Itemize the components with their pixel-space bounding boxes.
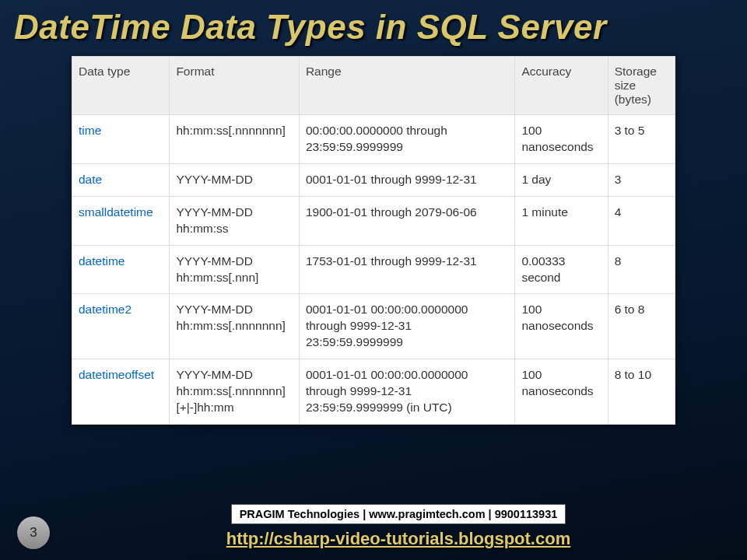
storage-cell: 8 to 10 <box>608 359 675 425</box>
slide-title: DateTime Data Types in SQL Server <box>0 0 747 47</box>
format-cell: YYYY-MM-DD hh:mm:ss[.nnnnnnn] [+|-]hh:mm <box>170 359 300 425</box>
table-row: datetimeoffsetYYYY-MM-DD hh:mm:ss[.nnnnn… <box>72 359 675 425</box>
format-cell: YYYY-MM-DD hh:mm:ss[.nnn] <box>170 245 300 294</box>
storage-cell: 6 to 8 <box>608 294 675 359</box>
table-row: datetimeYYYY-MM-DD hh:mm:ss[.nnn]1753-01… <box>72 245 675 294</box>
blog-link[interactable]: http://csharp-video-tutorials.blogspot.c… <box>226 529 570 548</box>
slide-footer: 3 PRAGIM Technologies | www.pragimtech.c… <box>0 504 747 549</box>
storage-cell: 3 <box>608 163 675 196</box>
range-cell: 0001-01-01 00:00:00.0000000 through 9999… <box>299 294 515 359</box>
storage-cell: 8 <box>608 245 675 294</box>
format-cell: YYYY-MM-DD <box>170 163 300 196</box>
datatype-cell[interactable]: datetimeoffset <box>72 359 170 425</box>
table-row: datetime2YYYY-MM-DD hh:mm:ss[.nnnnnnn]00… <box>72 294 675 359</box>
range-cell: 00:00:00.0000000 through 23:59:59.999999… <box>299 115 515 164</box>
table-row: dateYYYY-MM-DD0001-01-01 through 9999-12… <box>72 163 675 196</box>
accuracy-cell: 1 minute <box>515 196 608 245</box>
storage-cell: 4 <box>608 196 675 245</box>
range-cell: 0001-01-01 through 9999-12-31 <box>299 163 515 196</box>
col-header: Storage size (bytes) <box>608 57 675 115</box>
col-header: Range <box>299 57 515 115</box>
datatypes-table: Data type Format Range Accuracy Storage … <box>72 56 675 425</box>
accuracy-cell: 100 nanoseconds <box>515 294 608 359</box>
format-cell: YYYY-MM-DD hh:mm:ss[.nnnnnnn] <box>170 294 300 359</box>
range-cell: 1900-01-01 through 2079-06-06 <box>299 196 515 245</box>
format-cell: hh:mm:ss[.nnnnnnn] <box>170 115 300 164</box>
storage-cell: 3 to 5 <box>608 115 675 164</box>
table-row: smalldatetimeYYYY-MM-DD hh:mm:ss1900-01-… <box>72 196 675 245</box>
format-cell: YYYY-MM-DD hh:mm:ss <box>170 196 300 245</box>
datatype-cell[interactable]: smalldatetime <box>72 196 170 245</box>
accuracy-cell: 1 day <box>515 163 608 196</box>
pragim-credit: PRAGIM Technologies | www.pragimtech.com… <box>231 504 566 524</box>
range-cell: 0001-01-01 00:00:00.0000000 through 9999… <box>299 359 515 425</box>
col-header: Format <box>170 57 300 115</box>
accuracy-cell: 100 nanoseconds <box>515 115 608 164</box>
col-header: Accuracy <box>515 57 608 115</box>
page-number: 3 <box>17 516 50 549</box>
accuracy-cell: 100 nanoseconds <box>515 359 608 425</box>
table-header-row: Data type Format Range Accuracy Storage … <box>72 57 675 115</box>
datatype-cell[interactable]: datetime2 <box>72 294 170 359</box>
table-row: timehh:mm:ss[.nnnnnnn]00:00:00.0000000 t… <box>72 115 675 164</box>
range-cell: 1753-01-01 through 9999-12-31 <box>299 245 515 294</box>
datatype-cell[interactable]: datetime <box>72 245 170 294</box>
accuracy-cell: 0.00333 second <box>515 245 608 294</box>
datatypes-table-container: Data type Format Range Accuracy Storage … <box>72 56 675 425</box>
datatype-cell[interactable]: time <box>72 115 170 164</box>
col-header: Data type <box>72 57 170 115</box>
datatype-cell[interactable]: date <box>72 163 170 196</box>
